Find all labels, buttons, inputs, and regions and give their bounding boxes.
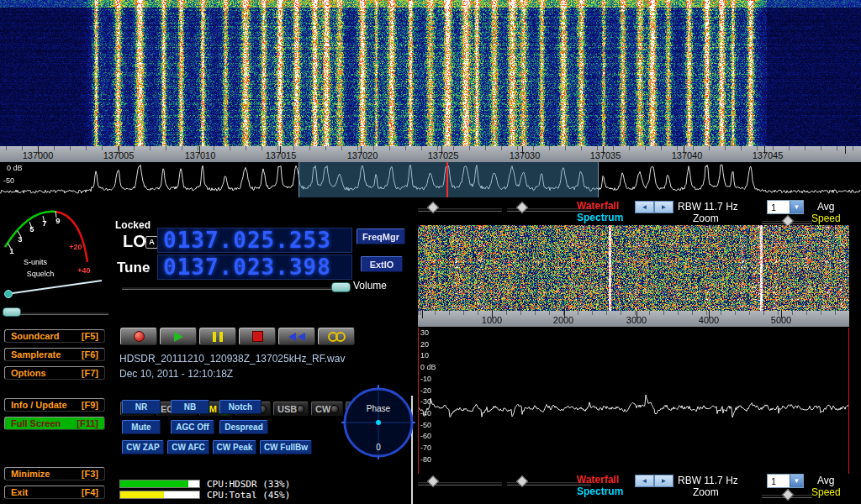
stop-button[interactable] <box>239 328 276 345</box>
db-scale-mid-label: -50 <box>3 176 14 185</box>
main-waterfall-display[interactable] <box>0 0 861 146</box>
menu-hotkey: [F7] <box>82 368 98 378</box>
waterfall-toggle[interactable]: Waterfall <box>577 200 619 212</box>
s-meter-tick-7: 7 <box>42 218 46 228</box>
menu-hotkey: [F5] <box>82 331 98 341</box>
main-spectrum-display[interactable]: 0 dB -50 <box>0 162 861 197</box>
s-meter: 1 3 5 7 9 +20 +40 S-units Squelch <box>1 201 112 307</box>
db-label: -30 <box>420 398 454 406</box>
menu-hotkey: [F9] <box>82 400 98 410</box>
spin-right-icon[interactable]: ► <box>654 201 673 213</box>
volume-slider-track[interactable] <box>122 286 347 290</box>
db-scale-column: 30 20 10 0 dB -10 -20 -30 -40 -50 -60 -7… <box>420 329 454 464</box>
freq-label: 137045 <box>753 150 784 160</box>
exit-button[interactable]: Exit[F4] <box>4 486 105 499</box>
hdsdr-window: 137000 137005 137010 137015 137020 13702… <box>0 0 861 504</box>
s-meter-red-arc <box>55 212 87 262</box>
freq-label: 137040 <box>672 150 703 160</box>
audio-spectrum-display[interactable] <box>418 328 849 474</box>
avg-select[interactable]: 1 ▼ <box>767 200 804 214</box>
main-frequency-ruler[interactable]: 137000 137005 137010 137015 137020 13702… <box>0 146 861 162</box>
freq-label: 137005 <box>103 150 135 160</box>
nb-button[interactable]: NB <box>171 400 209 414</box>
db-label: -70 <box>420 444 454 452</box>
volume-slider-handle[interactable] <box>331 282 351 292</box>
despread-button[interactable]: Despread <box>219 420 268 434</box>
phase-dial-value: 0 <box>376 443 381 452</box>
menu-label: Minimize <box>11 469 50 479</box>
audio-waterfall-display[interactable] <box>418 225 849 311</box>
mute-button[interactable]: Mute <box>122 420 161 434</box>
extio-button[interactable]: ExtIO <box>361 256 403 272</box>
cw-afc-button[interactable]: CW AFC <box>167 440 209 454</box>
audio-frequency-ruler[interactable]: 1000 2000 3000 4000 5000 <box>418 311 849 327</box>
minimize-button[interactable]: Minimize[F3] <box>4 467 105 480</box>
nr-button[interactable]: NR <box>122 400 161 414</box>
rewind-icon <box>288 333 306 341</box>
lo-frequency-display[interactable]: 0137.025.253 <box>157 228 352 253</box>
db-label: -50 <box>420 422 454 429</box>
mode-button-usb[interactable]: USB <box>273 402 309 416</box>
play-button[interactable] <box>160 328 197 345</box>
chevron-down-icon[interactable]: ▼ <box>790 201 803 213</box>
spectrum-toggle[interactable]: Spectrum <box>577 486 623 497</box>
avg-label: Avg <box>817 201 834 213</box>
freqmgr-button[interactable]: FreqMgr <box>357 228 405 244</box>
zoom-selection-region[interactable] <box>298 162 599 197</box>
spin-left-icon[interactable]: ◄ <box>635 201 654 213</box>
rbw-spinner[interactable]: ◄► <box>635 201 673 213</box>
rbw-spinner[interactable]: ◄► <box>635 475 673 487</box>
s-meter-tick-plus40: +40 <box>77 266 90 275</box>
s-meter-needle-knob <box>5 291 13 298</box>
cw-zap-button[interactable]: CW ZAP <box>122 440 164 454</box>
notch-button[interactable]: Notch <box>219 400 261 414</box>
record-button[interactable] <box>120 328 157 345</box>
pause-icon <box>211 332 224 342</box>
lo-lock-badge[interactable]: A <box>145 236 158 249</box>
loop-button[interactable] <box>318 328 355 345</box>
s-meter-tick-9: 9 <box>55 216 60 225</box>
s-meter-tick-1: 1 <box>9 246 14 255</box>
squelch-label: Squelch <box>27 270 55 278</box>
spectrum-toggle[interactable]: Spectrum <box>577 212 623 223</box>
phase-dial: Phase 0 <box>340 383 417 460</box>
cpu-hdsdr-bar <box>119 480 200 488</box>
avg-select[interactable]: 1 ▼ <box>767 474 804 488</box>
menu-hotkey: [F11] <box>77 418 98 428</box>
freq-label: 137010 <box>185 150 216 160</box>
freq-label: 3000 <box>626 315 647 325</box>
squelch-slider-handle[interactable] <box>3 307 21 317</box>
s-meter-tick-plus20: +20 <box>69 243 82 251</box>
zoom-label: Zoom <box>693 486 719 498</box>
cw-fullbw-button[interactable]: CW FullBw <box>260 440 312 454</box>
spin-right-icon[interactable]: ► <box>654 475 673 487</box>
speed-label: Speed <box>811 213 841 224</box>
soundcard-button[interactable]: Soundcard[F5] <box>4 329 105 343</box>
chevron-down-icon[interactable]: ▼ <box>790 475 803 487</box>
menu-label: Options <box>11 368 46 378</box>
right-bottom-control-bar: Waterfall Spectrum ◄► RBW 11.7 Hz Zoom 1… <box>416 474 861 499</box>
waterfall-toggle[interactable]: Waterfall <box>577 474 619 486</box>
menu-hotkey: [F6] <box>82 349 98 360</box>
pause-button[interactable] <box>199 328 236 345</box>
full-screen-button[interactable]: Full Screen[F11] <box>4 417 105 430</box>
options-button[interactable]: Options[F7] <box>4 366 105 380</box>
menu-label: Info / Update <box>11 400 67 410</box>
s-meter-tick-3: 3 <box>18 234 22 244</box>
recording-filename: HDSDR_20111210_120938Z_137025kHz_RF.wav <box>119 353 345 365</box>
cw-peak-button[interactable]: CW Peak <box>213 440 256 454</box>
cpu-total-bar <box>119 491 200 499</box>
mode-button-cw[interactable]: CW <box>311 402 343 416</box>
cpu-hdsdr-fill <box>120 480 188 487</box>
rbw-value: RBW 11.7 Hz <box>678 475 738 486</box>
mode-label: USB <box>277 404 297 414</box>
samplerate-button[interactable]: Samplerate[F6] <box>4 348 105 361</box>
speed-slider-handle[interactable] <box>782 489 794 501</box>
tune-label: Tune <box>117 260 150 276</box>
tune-frequency-display[interactable]: 0137.023.398 <box>157 255 352 280</box>
info-update-button[interactable]: Info / Update[F9] <box>4 398 105 412</box>
locked-label: Locked <box>115 219 151 231</box>
agc-off-button[interactable]: AGC Off <box>171 420 214 434</box>
spin-left-icon[interactable]: ◄ <box>635 475 654 487</box>
rewind-button[interactable] <box>278 328 315 345</box>
